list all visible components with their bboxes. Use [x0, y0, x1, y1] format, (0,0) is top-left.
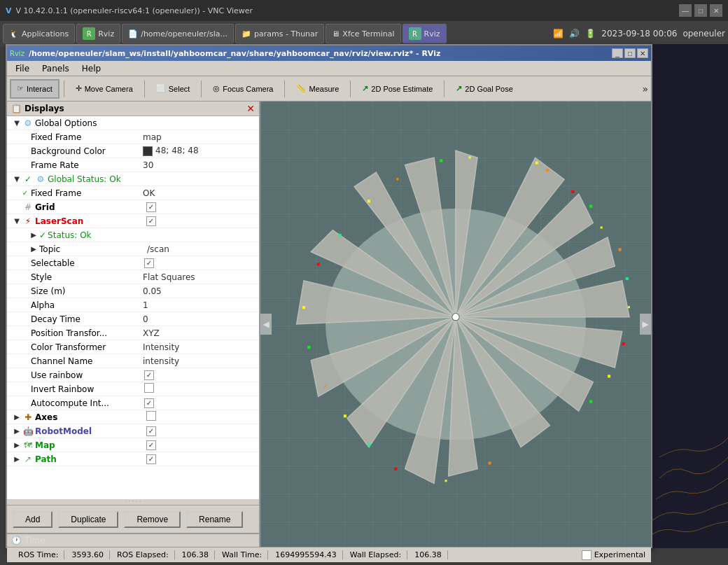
path-row[interactable]: ▶ ↗ Path	[7, 452, 259, 466]
displays-close-button[interactable]: ✕	[246, 103, 255, 114]
move-camera-button[interactable]: ✛ Move Camera	[69, 79, 140, 99]
rviz-maximize-button[interactable]: □	[624, 48, 636, 58]
select-button[interactable]: ⬜ Select	[149, 79, 197, 99]
autocompute-checkbox[interactable]	[144, 398, 154, 408]
time-panel-title: Time	[24, 536, 45, 545]
laserscan-checkbox[interactable]	[146, 216, 156, 226]
resize-handle[interactable]: · · · · ·	[7, 499, 259, 505]
menu-help[interactable]: Help	[76, 62, 106, 75]
global-options-expand[interactable]: ▼	[13, 119, 21, 127]
path-icon: 📄	[128, 29, 138, 39]
autocompute-row[interactable]: Autocompute Int...	[7, 396, 259, 410]
experimental-checkbox[interactable]	[582, 550, 592, 560]
focus-camera-button[interactable]: ◎ Focus Camera	[206, 79, 280, 99]
taskbar-terminal-item[interactable]: 🖥 Xfce Terminal	[326, 24, 400, 43]
interact-button[interactable]: ☞ Interact	[10, 79, 59, 99]
invert-rainbow-label: Invert Rainbow	[31, 384, 144, 394]
global-options-row[interactable]: ▼ ⚙ Global Options	[7, 116, 259, 130]
laserscan-icon: ⚡	[22, 216, 34, 227]
use-rainbow-checkbox[interactable]	[144, 370, 154, 380]
laserscan-expand[interactable]: ▼	[13, 217, 21, 225]
svg-rect-31	[368, 444, 370, 447]
selectable-checkbox[interactable]	[144, 258, 154, 268]
map-row[interactable]: ▶ 🗺 Map	[7, 438, 259, 452]
experimental-checkbox-container: Experimental	[582, 550, 645, 560]
laserscan-status-row[interactable]: ▶ ✓ Status: Ok	[7, 228, 259, 242]
channel-name-row[interactable]: Channel Name intensity	[7, 354, 259, 368]
global-status-row[interactable]: ▼ ✓ ⚙ Global Status: Ok	[7, 172, 259, 186]
measure-button[interactable]: 📏 Measure	[289, 79, 346, 99]
size-label: Size (m)	[31, 286, 143, 296]
os-taskbar: 🐧 Applications R Rviz 📄 /home/openeuler/…	[0, 21, 728, 46]
move-camera-label: Move Camera	[85, 85, 133, 93]
global-status-expand[interactable]: ▼	[13, 175, 21, 183]
alpha-row[interactable]: Alpha 1	[7, 298, 259, 312]
taskbar-path-item[interactable]: 📄 /home/openeuler/sla...	[122, 24, 234, 43]
global-status-icon: ⚙	[35, 174, 46, 185]
fixed-frame-ok-row[interactable]: ✓ Fixed Frame OK	[7, 186, 259, 200]
axes-checkbox[interactable]	[146, 411, 156, 421]
frame-rate-row[interactable]: Frame Rate 30	[7, 158, 259, 172]
ros-time-label: ROS Time:	[13, 550, 64, 559]
vnc-minimize-button[interactable]: —	[679, 4, 692, 17]
rviz-minimize-button[interactable]: _	[612, 48, 623, 58]
position-transform-row[interactable]: Position Transfor... XYZ	[7, 326, 259, 340]
rviz-titlebar: Rviz /home/openeuler/slam_ws/install/yah…	[7, 46, 651, 61]
menu-file[interactable]: File	[10, 62, 35, 75]
path-checkbox[interactable]	[146, 454, 156, 464]
remove-button[interactable]: Remove	[124, 511, 181, 528]
vnc-close-button[interactable]: ✕	[710, 4, 722, 17]
invert-rainbow-row[interactable]: Invert Rainbow	[7, 382, 259, 396]
display-buttons: Add Duplicate Remove Rename	[7, 505, 259, 533]
style-row[interactable]: Style Flat Squares	[7, 270, 259, 284]
decay-time-row[interactable]: Decay Time 0	[7, 312, 259, 326]
grid-row[interactable]: # Grid	[7, 200, 259, 214]
svg-rect-38	[368, 200, 370, 202]
axes-row[interactable]: ▶ ✚ Axes	[7, 410, 259, 424]
menu-panels[interactable]: Panels	[36, 62, 75, 75]
topic-expand[interactable]: ▶	[29, 245, 38, 253]
svg-rect-41	[469, 156, 471, 158]
taskbar-applications[interactable]: 🐧 Applications	[3, 24, 75, 43]
laserscan-row[interactable]: ▼ ⚡ LaserScan	[7, 214, 259, 228]
robotmodel-checkbox[interactable]	[146, 426, 156, 436]
color-transformer-row[interactable]: Color Transformer Intensity	[7, 340, 259, 354]
robotmodel-expand[interactable]: ▶	[13, 427, 21, 435]
size-row[interactable]: Size (m) 0.05	[7, 284, 259, 298]
rviz-close-button[interactable]: ✕	[637, 48, 648, 58]
toolbar-expand-icon[interactable]: »	[642, 83, 648, 95]
fixed-frame-row[interactable]: Fixed Frame map	[7, 130, 259, 144]
vnc-title-buttons: — □ ✕	[679, 4, 722, 17]
decay-time-value: 0	[143, 314, 258, 324]
laserscan-status-expand[interactable]: ▶	[29, 231, 38, 239]
vnc-maximize-button[interactable]: □	[694, 4, 707, 17]
topic-row[interactable]: ▶ Topic /scan	[7, 242, 259, 256]
add-button[interactable]: Add	[13, 511, 52, 528]
viewport[interactable]: ◀	[260, 102, 651, 547]
use-rainbow-row[interactable]: Use rainbow	[7, 368, 259, 382]
axes-icon: ✚	[22, 412, 34, 423]
map-checkbox[interactable]	[146, 440, 156, 450]
taskbar-rviz-item[interactable]: R Rviz	[76, 24, 120, 43]
svg-rect-22	[619, 249, 622, 251]
map-expand[interactable]: ▶	[13, 441, 21, 449]
path-expand[interactable]: ▶	[13, 455, 21, 463]
robotmodel-row[interactable]: ▶ 🤖 RobotModel	[7, 424, 259, 438]
rename-button[interactable]: Rename	[186, 511, 243, 528]
svg-rect-19	[571, 190, 574, 193]
status-bar: ROS Time: 3593.60 ROS Elapsed: 106.38 Wa…	[7, 547, 651, 562]
2d-goal-button[interactable]: ↗ 2D Goal Pose	[449, 79, 519, 99]
taskbar-rviz2-item[interactable]: R Rviz	[402, 24, 447, 43]
svg-rect-30	[394, 468, 397, 470]
background-color-row[interactable]: Background Color 48; 48; 48	[7, 144, 259, 158]
taskbar-params-item[interactable]: 📁 params - Thunar	[235, 24, 324, 43]
fixed-frame-value: map	[143, 132, 258, 142]
pos-transform-placeholder	[21, 329, 29, 337]
invert-rainbow-checkbox[interactable]	[144, 383, 154, 393]
duplicate-button[interactable]: Duplicate	[58, 511, 118, 528]
grid-checkbox[interactable]	[146, 202, 156, 212]
viewport-arrow-right[interactable]: ▶	[640, 314, 651, 335]
axes-expand[interactable]: ▶	[13, 413, 21, 421]
selectable-row[interactable]: Selectable	[7, 256, 259, 270]
2d-pose-button[interactable]: ↗ 2D Pose Estimate	[355, 79, 440, 99]
